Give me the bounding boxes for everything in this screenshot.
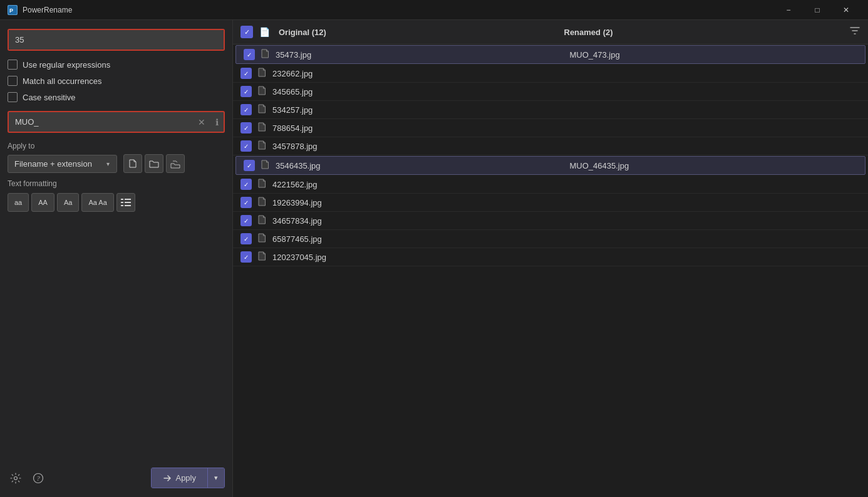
row-file-icon [258,104,266,115]
table-row[interactable]: ✓ 120237045.jpg [233,248,868,266]
table-body: ✓ 35473.jpg MUO_473.jpg ✓ 232662.jpg ✓ [233,44,868,497]
file-icon-btn-1[interactable] [123,154,142,173]
case-sensitive-row[interactable]: Case sensitive [8,92,225,102]
row-checkbox[interactable]: ✓ [240,233,252,244]
row-file-icon [258,251,266,263]
apply-to-label: Apply to [8,142,225,150]
row-checkbox[interactable]: ✓ [240,122,252,133]
replace-field-wrapper: ✕ ℹ [8,111,225,133]
svg-rect-5 [125,202,131,203]
row-checkbox[interactable]: ✓ [244,160,255,171]
row-original-name: 120237045.jpg [272,253,564,262]
row-checkbox[interactable]: ✓ [240,179,252,190]
minimize-button[interactable]: − [774,0,803,20]
svg-text:?: ? [36,474,40,482]
file-icon-btn-3[interactable] [166,154,185,173]
match-all-row[interactable]: Match all occurrences [8,76,225,86]
table-row[interactable]: ✓ 35473.jpg MUO_473.jpg [235,45,865,64]
filter-icon[interactable] [849,25,860,39]
apply-button[interactable]: Apply [151,468,207,488]
help-button[interactable]: ? [30,470,46,486]
table-row[interactable]: ✓ 345665.jpg [233,83,868,101]
row-original-name: 19263994.jpg [272,198,564,207]
file-icon-btn-2[interactable] [145,154,163,173]
row-original-name: 35473.jpg [276,50,564,60]
table-row[interactable]: ✓ 19263994.jpg [233,194,868,212]
maximize-button[interactable]: □ [803,0,832,20]
svg-text:P: P [9,8,13,14]
svg-rect-7 [125,205,131,206]
row-original-name: 34657834.jpg [272,216,564,226]
table-row[interactable]: ✓ 3457878.jpg [233,137,868,155]
row-file-icon [258,140,266,152]
row-original-name: 4221562.jpg [272,180,564,189]
row-file-icon [258,68,266,79]
format-lowercase-button[interactable]: aa [8,193,29,212]
apply-button-group: Apply ▾ [151,468,225,488]
apply-dropdown-button[interactable]: ▾ [207,468,225,488]
row-renamed-name: MUO_46435.jpg [570,161,858,170]
table-row[interactable]: ✓ 534257.jpg [233,101,868,119]
use-regex-row[interactable]: Use regular expressions [8,60,225,70]
case-sensitive-checkbox[interactable] [8,92,18,102]
apply-to-select[interactable]: Filename + extension Filename only Exten… [8,155,117,173]
main-layout: Use regular expressions Match all occurr… [0,20,868,497]
settings-button[interactable] [8,470,24,486]
svg-rect-4 [121,202,123,203]
row-renamed-name: MUO_473.jpg [570,50,858,60]
replace-input[interactable] [9,112,193,132]
svg-rect-3 [125,199,131,200]
row-file-icon [258,233,266,244]
format-list-button[interactable] [116,193,135,212]
format-camelcase-button[interactable]: Aa Aa [81,193,113,212]
app-icon: P [8,5,18,15]
row-checkbox[interactable]: ✓ [240,140,252,152]
replace-clear-button[interactable]: ✕ [193,117,210,127]
row-checkbox[interactable]: ✓ [240,86,252,97]
row-original-name: 3546435.jpg [276,161,564,170]
row-original-name: 788654.jpg [272,123,564,133]
row-file-icon [258,179,266,190]
replace-info-button[interactable]: ℹ [210,117,224,127]
table-row[interactable]: ✓ 34657834.jpg [233,212,868,230]
apply-to-row: Filename + extension Filename only Exten… [8,154,225,173]
bottom-left-icons: ? [8,470,46,486]
format-titlecase-button[interactable]: Aa [57,193,79,212]
row-checkbox[interactable]: ✓ [240,251,252,263]
row-original-name: 3457878.jpg [272,142,564,151]
format-uppercase-button[interactable]: AA [31,193,54,212]
row-checkbox[interactable]: ✓ [240,197,252,208]
match-all-label: Match all occurrences [23,76,101,86]
row-file-icon [261,160,269,171]
use-regex-checkbox[interactable] [8,60,18,70]
close-button[interactable]: ✕ [832,0,860,20]
row-file-icon [258,122,266,133]
right-panel: ✓ 📄 Original (12) Renamed (2) ✓ 35473.jp… [233,20,868,497]
table-row[interactable]: ✓ 4221562.jpg [233,175,868,194]
table-row[interactable]: ✓ 3546435.jpg MUO_46435.jpg [235,156,865,175]
use-regex-label: Use regular expressions [23,60,110,70]
file-type-buttons [123,154,185,173]
row-checkbox[interactable]: ✓ [240,215,252,226]
original-column-header: Original (12) [279,28,558,37]
row-checkbox[interactable]: ✓ [240,104,252,115]
table-row[interactable]: ✓ 788654.jpg [233,119,868,137]
row-original-name: 232662.jpg [272,69,564,78]
svg-rect-6 [121,205,123,206]
case-sensitive-label: Case sensitive [23,93,76,102]
header-checkbox[interactable]: ✓ [240,26,253,38]
left-panel: Use regular expressions Match all occurr… [0,20,233,497]
search-field-wrapper [8,29,225,51]
svg-point-8 [14,476,18,479]
row-checkbox[interactable]: ✓ [240,68,252,79]
match-all-checkbox[interactable] [8,76,18,86]
app-title: PowerRename [23,6,774,14]
row-original-name: 345665.jpg [272,87,564,97]
table-row[interactable]: ✓ 65877465.jpg [233,230,868,248]
window-controls: − □ ✕ [774,0,860,20]
row-file-icon [258,197,266,208]
row-checkbox[interactable]: ✓ [244,49,255,60]
table-row[interactable]: ✓ 232662.jpg [233,65,868,83]
search-input[interactable] [9,30,224,50]
row-file-icon [258,86,266,97]
